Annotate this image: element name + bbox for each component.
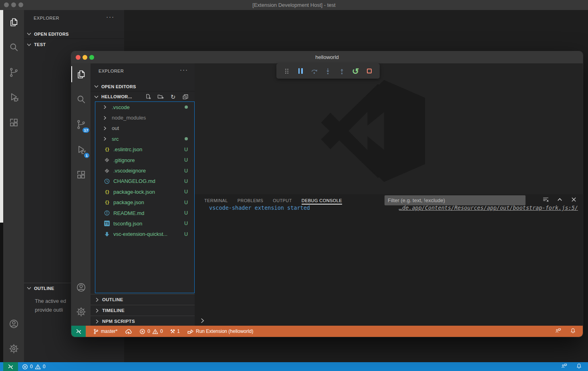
source-control-activity-icon[interactable]	[6, 64, 22, 80]
open-editors-label: OPEN EDITORS	[101, 84, 136, 89]
chevron-down-icon	[94, 94, 100, 99]
tab-terminal[interactable]: TERMINAL	[204, 195, 228, 206]
chevron-down-icon	[26, 31, 33, 36]
vscodeignore-icon	[104, 168, 110, 174]
search-activity-icon[interactable]	[6, 39, 22, 55]
tree-item-out-folder[interactable]: out	[95, 123, 194, 134]
tree-item-file[interactable]: .gitignore U	[95, 155, 194, 165]
problems-status-item[interactable]: 0 0	[139, 328, 163, 335]
search-activity-icon[interactable]	[73, 91, 89, 107]
npm-scripts-section[interactable]: NPM SCRIPTS	[91, 316, 195, 326]
step-over-button[interactable]	[309, 66, 320, 76]
tree-item-node-modules-folder[interactable]: node_modules	[95, 112, 194, 123]
workspace-folder-header[interactable]: HELLOWOR... ↻	[91, 91, 195, 102]
git-untracked-badge: U	[184, 168, 188, 174]
chevron-right-icon	[95, 308, 101, 313]
editor-area	[195, 63, 583, 194]
refresh-icon[interactable]: ↻	[169, 93, 177, 100]
tab-problems[interactable]: PROBLEMS	[238, 195, 263, 206]
outer-window-title: [Extension Development Host] - test	[0, 0, 588, 10]
new-folder-icon[interactable]	[157, 93, 164, 100]
tools-icon: ⚒	[170, 328, 175, 334]
tree-item-file[interactable]: {} package-lock.json U	[95, 187, 194, 197]
stop-button[interactable]	[364, 66, 375, 76]
tab-debug-console[interactable]: DEBUG CONSOLE	[302, 195, 342, 206]
settings-gear-icon[interactable]	[6, 341, 22, 357]
outer-folder-section[interactable]: TEST	[24, 40, 124, 49]
tree-item-file[interactable]: vsc-extension-quickst... U	[95, 229, 194, 239]
drag-grip-icon[interactable]	[282, 66, 292, 76]
tree-item-file[interactable]: {} .eslintrc.json U	[95, 144, 194, 155]
file-name: package.json	[113, 199, 144, 205]
remote-indicator[interactable]	[71, 326, 86, 337]
console-output-line: vscode-shader extension started	[209, 205, 310, 211]
feedback-icon[interactable]	[555, 327, 562, 335]
publish-changes-item[interactable]	[125, 328, 132, 335]
settings-gear-icon[interactable]	[73, 304, 89, 320]
open-editors-label: OPEN EDITORS	[34, 32, 69, 36]
feedback-icon[interactable]	[561, 363, 568, 371]
git-untracked-badge: U	[184, 221, 188, 226]
console-source-link[interactable]: …de.app/Contents/Resources/app/out/boots…	[399, 205, 578, 211]
modified-dot-badge	[185, 105, 188, 109]
extensions-activity-icon[interactable]	[73, 166, 89, 182]
maximize-panel-chevron-icon[interactable]	[556, 196, 563, 205]
git-branch-icon	[93, 328, 99, 335]
tree-item-vscode-folder[interactable]: .vscode	[95, 102, 194, 112]
outer-open-editors-section[interactable]: OPEN EDITORS	[24, 29, 124, 39]
tasks-status-item[interactable]: ⚒ 1	[170, 328, 180, 334]
outer-titlebar: [Extension Development Host] - test	[0, 0, 588, 10]
tree-item-file[interactable]: TS tsconfig.json U	[95, 218, 194, 229]
outer-explorer-title: EXPLORER	[34, 16, 59, 20]
folder-name: src	[112, 136, 119, 142]
notifications-bell-icon[interactable]	[570, 327, 576, 335]
chevron-right-icon	[95, 319, 101, 324]
source-control-activity-icon[interactable]: 17	[73, 116, 89, 132]
account-icon[interactable]	[73, 279, 89, 295]
account-icon[interactable]	[6, 316, 22, 332]
error-count: 0	[147, 328, 150, 334]
extensions-activity-icon[interactable]	[6, 114, 22, 130]
clear-console-icon[interactable]	[542, 196, 549, 205]
debug-toolbar: ↺	[276, 63, 380, 79]
explorer-activity-icon[interactable]	[73, 66, 89, 82]
error-icon	[139, 328, 145, 335]
run-debug-activity-icon[interactable]	[6, 89, 22, 105]
inner-explorer-title: EXPLORER	[99, 69, 124, 73]
tree-item-file[interactable]: .vscodeignore U	[95, 165, 194, 176]
notifications-bell-icon[interactable]	[576, 363, 582, 371]
new-file-icon[interactable]	[145, 93, 152, 100]
tree-item-file[interactable]: {} package.json U	[95, 197, 194, 208]
more-actions-icon[interactable]: ···	[106, 13, 115, 20]
outline-section[interactable]: OUTLINE	[91, 294, 195, 305]
git-branch-status-item[interactable]: master*	[93, 328, 117, 335]
more-actions-icon[interactable]: ···	[180, 66, 188, 73]
remote-indicator[interactable]	[3, 362, 18, 371]
tree-item-file[interactable]: README.md U	[95, 208, 194, 218]
stop-icon	[367, 69, 372, 73]
file-name: .gitignore	[113, 157, 135, 163]
restart-button[interactable]: ↺	[350, 66, 361, 76]
tab-output[interactable]: OUTPUT	[273, 195, 292, 206]
run-debug-activity-icon[interactable]: 1	[73, 142, 89, 158]
tree-item-file[interactable]: CHANGELOG.md U	[95, 176, 194, 187]
step-into-button[interactable]	[323, 66, 333, 76]
chevron-down-icon	[26, 42, 33, 47]
inner-open-editors-section[interactable]: OPEN EDITORS	[91, 82, 195, 91]
debug-session-status-item[interactable]: Run Extension (helloworld)	[187, 328, 253, 335]
filter-input[interactable]	[385, 195, 526, 205]
repl-prompt-chevron-icon[interactable]	[199, 318, 205, 324]
tree-item-src-folder[interactable]: src	[95, 134, 194, 144]
git-untracked-badge: U	[184, 231, 188, 237]
timeline-section[interactable]: TIMELINE	[91, 305, 195, 316]
git-untracked-badge: U	[184, 189, 188, 195]
explorer-activity-icon[interactable]	[6, 14, 22, 30]
git-untracked-badge: U	[184, 200, 188, 205]
problems-status-item[interactable]: 0 0	[22, 364, 45, 370]
close-panel-icon[interactable]	[570, 196, 577, 205]
pause-button[interactable]	[295, 66, 306, 76]
step-out-button[interactable]	[336, 66, 347, 76]
chevron-right-icon	[103, 105, 108, 109]
task-count: 1	[177, 328, 180, 334]
collapse-all-icon[interactable]	[182, 93, 189, 100]
